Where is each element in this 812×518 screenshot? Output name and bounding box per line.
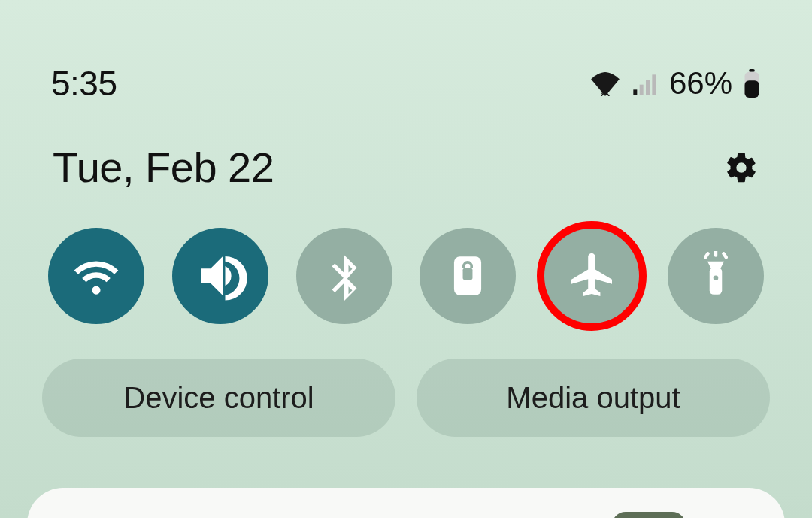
date-label[interactable]: Tue, Feb 22 <box>53 143 274 192</box>
airplane-mode-toggle[interactable] <box>544 228 640 324</box>
panel-header: Tue, Feb 22 <box>0 110 812 217</box>
notification-thumbnail[interactable] <box>612 512 686 518</box>
bluetooth-icon <box>320 251 369 301</box>
notification-card[interactable]: Screenshot saved 5:35 AM <box>27 488 785 518</box>
secondary-controls-row: Device control Media output <box>0 324 812 437</box>
svg-rect-2 <box>646 80 650 95</box>
svg-rect-9 <box>710 268 723 295</box>
svg-rect-4 <box>749 69 755 72</box>
media-output-button[interactable]: Media output <box>417 359 770 437</box>
device-control-label: Device control <box>123 381 314 415</box>
svg-rect-8 <box>463 268 473 280</box>
svg-point-10 <box>714 275 719 280</box>
device-control-button[interactable]: Device control <box>42 359 395 437</box>
speaker-icon <box>191 247 250 305</box>
media-output-label: Media output <box>506 381 680 415</box>
bluetooth-toggle[interactable] <box>296 228 392 324</box>
battery-icon <box>743 69 761 98</box>
svg-rect-1 <box>640 85 644 95</box>
quick-toggles-row <box>0 217 812 324</box>
wifi-signal-icon <box>588 71 623 96</box>
status-time: 5:35 <box>51 63 117 104</box>
battery-percent: 66% <box>669 65 732 101</box>
wifi-toggle[interactable] <box>48 228 144 324</box>
svg-rect-3 <box>652 74 656 95</box>
gear-icon <box>724 150 759 185</box>
flashlight-toggle[interactable] <box>668 228 764 324</box>
airplane-icon <box>565 249 619 303</box>
cellular-signal-icon <box>633 72 659 95</box>
lock-portrait-icon <box>444 253 491 299</box>
sound-toggle[interactable] <box>172 228 268 324</box>
status-bar: 5:35 66% <box>0 0 812 110</box>
rotation-lock-toggle[interactable] <box>420 228 516 324</box>
wifi-icon <box>68 248 124 304</box>
svg-rect-0 <box>633 89 637 95</box>
status-right: 66% <box>588 65 761 101</box>
settings-button[interactable] <box>723 150 759 186</box>
svg-rect-6 <box>745 80 759 98</box>
flashlight-icon <box>691 251 741 301</box>
